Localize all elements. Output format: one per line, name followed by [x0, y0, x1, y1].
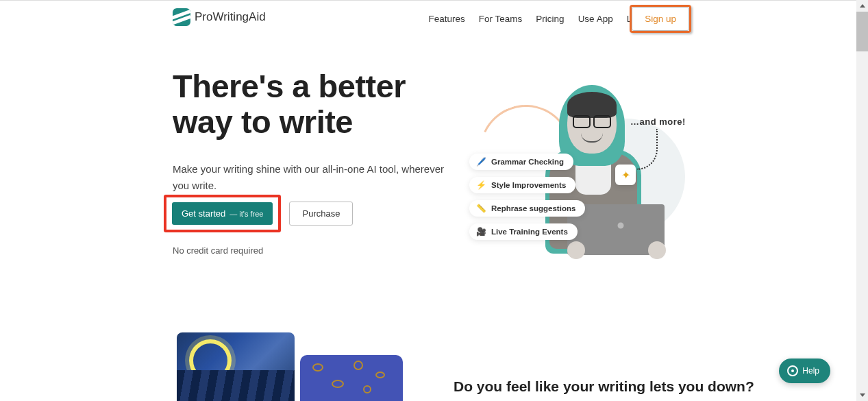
signup-button[interactable]: Sign up — [632, 7, 689, 31]
and-more-label: …and more! — [630, 117, 686, 127]
scrollbar[interactable] — [856, 0, 868, 401]
nav-for-teams[interactable]: For Teams — [479, 14, 523, 24]
purchase-button[interactable]: Purchase — [289, 202, 353, 226]
hero-headline-line1: There's a better — [173, 68, 406, 104]
no-card-text: No credit card required — [173, 245, 263, 256]
chip-label: Live Training Events — [491, 228, 568, 236]
pen-icon: 🖊️ — [476, 157, 486, 167]
scroll-up-icon[interactable] — [856, 0, 868, 12]
camera-icon: 🎥 — [476, 227, 486, 236]
getstarted-highlight: Get started — it's free — [164, 195, 281, 232]
nav-pricing[interactable]: Pricing — [536, 14, 564, 24]
hero: There's a better way to write Make your … — [173, 69, 447, 194]
brand-logo-text: ProWritingAid — [195, 10, 266, 24]
help-label: Help — [802, 366, 819, 376]
section2-artwork — [177, 332, 295, 401]
brand-logo-icon — [173, 8, 190, 26]
nav-use-app[interactable]: Use App — [578, 14, 613, 24]
chip-training: 🎥 Live Training Events — [469, 223, 578, 240]
help-icon — [787, 365, 798, 376]
scroll-down-icon[interactable] — [856, 389, 868, 401]
bolt-icon: ⚡ — [476, 180, 486, 190]
feature-chips: 🖊️ Grammar Checking ⚡ Style Improvements… — [469, 154, 585, 240]
chip-label: Grammar Checking — [491, 158, 564, 166]
chip-grammar: 🖊️ Grammar Checking — [469, 154, 573, 170]
nav-features[interactable]: Features — [429, 14, 465, 24]
hero-headline: There's a better way to write — [173, 69, 447, 139]
cta-row: Get started — it's free Purchase — [164, 195, 353, 232]
chip-rephrase: 📏 Rephrase suggestions — [469, 200, 585, 217]
page: ProWritingAid Features For Teams Pricing… — [0, 0, 856, 401]
chip-style: ⚡ Style Improvements — [469, 177, 575, 193]
get-started-button[interactable]: Get started — it's free — [172, 202, 273, 225]
get-started-label: Get started — [182, 208, 225, 219]
hero-subtext: Make your writing shine with our all-in-… — [173, 161, 447, 194]
chip-label: Rephrase suggestions — [491, 204, 575, 212]
top-border — [0, 0, 856, 1]
sparkle-card: ✦ — [615, 165, 636, 185]
ruler-icon: 📏 — [476, 204, 486, 213]
brand-logo[interactable]: ProWritingAid — [173, 8, 266, 26]
signup-highlight: Sign up — [630, 5, 691, 33]
section2-heading: Do you feel like your writing lets you d… — [454, 378, 754, 395]
help-button[interactable]: Help — [779, 359, 830, 383]
sparkle-icon: ✦ — [621, 169, 630, 182]
get-started-suffix: — it's free — [230, 210, 263, 218]
chip-label: Style Improvements — [491, 181, 566, 189]
scrollbar-thumb[interactable] — [856, 12, 868, 51]
section2-panel — [300, 355, 403, 401]
hero-headline-line2: way to write — [173, 104, 353, 140]
header: ProWritingAid Features For Teams Pricing… — [0, 2, 856, 32]
